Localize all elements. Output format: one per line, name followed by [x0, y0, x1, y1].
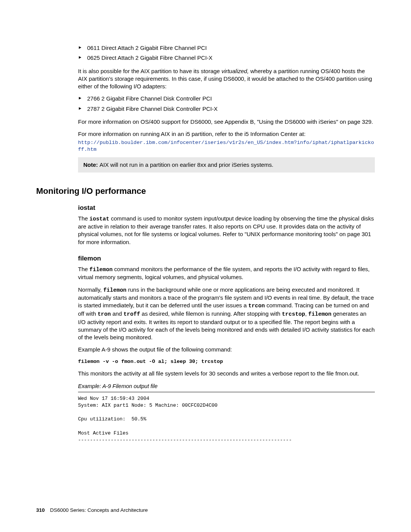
cmd-filemon: filemon — [103, 287, 126, 293]
cmd-tron: tron — [97, 311, 111, 317]
note-box: Note: AIX will not run in a partition on… — [78, 157, 375, 173]
list-item: 0611 Direct Attach 2 Gigabit Fibre Chann… — [78, 44, 375, 52]
bullet-list-adapters-1: 0611 Direct Attach 2 Gigabit Fibre Chann… — [78, 44, 375, 62]
heading-iostat: iostat — [78, 204, 375, 212]
list-item-text: 0625 Direct Attach 2 Gigabit Fibre Chann… — [87, 54, 212, 61]
command-line: filemon -v -o fmon.out -O al; sleep 30; … — [78, 358, 375, 365]
page-number: 310 — [36, 507, 45, 513]
paragraph-os400: For more information on OS/400 support f… — [78, 118, 375, 126]
text: and — [111, 310, 123, 317]
bullet-list-adapters-2: 2766 2 Gigabit Fibre Channel Disk Contro… — [78, 95, 375, 113]
italic-text: virtualized, — [221, 68, 249, 74]
horizontal-rule — [78, 392, 375, 392]
paragraph-filemon-2: Normally, filemon runs in the background… — [78, 286, 375, 342]
text: It is also possible for the AIX partitio… — [78, 68, 221, 74]
example-caption: Example: A-9 Filemon output file — [78, 383, 375, 390]
url-link[interactable]: http://publib.boulder.ibm.com/infocenter… — [78, 139, 375, 153]
note-label: Note: — [83, 161, 100, 168]
section-body: iostat The iostat command is used to mon… — [78, 204, 375, 444]
book-title: DS6000 Series: Concepts and Architecture — [50, 507, 148, 513]
paragraph-virtualized: It is also possible for the AIX partitio… — [78, 67, 375, 91]
paragraph-aix-i5: For more information on running AIX in a… — [78, 130, 375, 138]
paragraph-filemon-1: The filemon command monitors the perform… — [78, 265, 375, 281]
heading-monitoring-io: Monitoring I/O performance — [36, 185, 375, 197]
list-item: 2766 2 Gigabit Fibre Channel Disk Contro… — [78, 95, 375, 102]
cmd-filemon: filemon — [89, 267, 113, 273]
list-item-text: 2787 2 Gigabit Fibre Channel Disk Contro… — [87, 105, 218, 112]
paragraph-example-intro: Example A-9 shows the output file of the… — [78, 346, 375, 353]
cmd-iostat: iostat — [89, 216, 109, 222]
cmd-filemon: filemon — [308, 311, 331, 317]
heading-filemon: filemon — [78, 254, 375, 263]
text: as desired, while filemon is running. Af… — [140, 310, 282, 317]
code-output: Wed Nov 17 16:59:43 2004 System: AIX par… — [78, 395, 375, 444]
cmd-trcstop: trcstop — [282, 311, 305, 317]
list-item: 2787 2 Gigabit Fibre Channel Disk Contro… — [78, 105, 375, 113]
text: command monitors the performance of the … — [78, 266, 370, 281]
cmd-trcon: trcon — [248, 303, 265, 309]
text: Normally, — [78, 286, 103, 293]
list-item: 0625 Direct Attach 2 Gigabit Fibre Chann… — [78, 54, 375, 62]
paragraph-monitors: This monitors the activity at all file s… — [78, 370, 375, 377]
cmd-troff: troff — [124, 311, 140, 317]
list-item-text: 2766 2 Gigabit Fibre Channel Disk Contro… — [87, 95, 212, 102]
page-body: 0611 Direct Attach 2 Gigabit Fibre Chann… — [78, 44, 375, 173]
list-item-text: 0611 Direct Attach 2 Gigabit Fibre Chann… — [87, 45, 207, 51]
text: The — [78, 215, 89, 222]
note-text: AIX will not run in a partition on earli… — [100, 161, 274, 168]
paragraph-iostat: The iostat command is used to monitor sy… — [78, 215, 375, 246]
text: command is used to monitor system input/… — [78, 215, 374, 245]
text: , — [305, 310, 308, 317]
text: The — [78, 266, 89, 272]
page-footer: 310DS6000 Series: Concepts and Architect… — [36, 507, 148, 514]
